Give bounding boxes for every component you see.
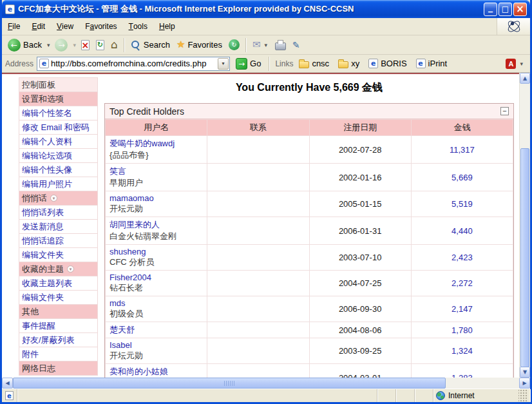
refresh-button[interactable] [93, 39, 107, 52]
menu-edit[interactable]: Edit [26, 18, 51, 35]
registration-date: 2003-09-25 [309, 338, 411, 364]
minimize-button[interactable] [484, 3, 497, 16]
sidebar-item[interactable]: 收藏的主题 [19, 262, 98, 276]
credits-value: 2,423 [411, 245, 513, 271]
sidebar-item[interactable]: 事件提醒 [19, 319, 98, 333]
sidebar-item-label: 编辑文件夹 [22, 292, 64, 303]
horizontal-scrollbar[interactable] [2, 378, 530, 389]
edit-button[interactable] [290, 39, 303, 51]
credits-value: 1,324 [411, 338, 513, 364]
links-bar-item-iprint[interactable]: iPrint [416, 59, 448, 68]
sidebar-item[interactable]: 编辑论坛选项 [19, 149, 98, 163]
back-button[interactable]: Back [5, 37, 44, 53]
user-cell: 卖和尚的小姑娘版主 [106, 364, 207, 378]
user-link[interactable]: 楚天舒 [109, 325, 135, 334]
scroll-left-icon[interactable] [2, 378, 13, 389]
links-bar-item-xy[interactable]: xy [338, 59, 359, 68]
links-bar-item-boris[interactable]: BORIS [368, 59, 406, 68]
collapse-button[interactable]: − [500, 107, 509, 115]
sidebar-item[interactable]: 编辑个人资料 [19, 135, 98, 149]
sidebar-item[interactable]: 附件 [19, 347, 98, 361]
user-link[interactable]: 卖和尚的小姑娘 [109, 367, 168, 376]
back-dropdown-icon[interactable] [46, 42, 52, 48]
home-icon [111, 39, 118, 50]
forward-button[interactable] [52, 37, 70, 53]
search-button[interactable]: Search [128, 39, 173, 52]
table-row: 笑言早期用户2002-01-165,669 [106, 164, 513, 191]
credits-value: 11,317 [411, 136, 513, 164]
history-button[interactable] [226, 38, 242, 52]
sidebar-item[interactable]: 其他 [19, 305, 98, 319]
sidebar-item[interactable]: 网络日志 [19, 361, 98, 376]
user-link[interactable]: mds [109, 298, 126, 308]
status-panel [415, 389, 433, 402]
user-link[interactable]: 胡同里来的人 [109, 220, 160, 229]
ie-page-icon [5, 391, 14, 400]
scroll-right-icon[interactable] [519, 378, 530, 389]
table-row: mamaomao开坛元勋2005-01-155,519 [106, 191, 513, 217]
sidebar-item[interactable]: 编辑用户照片 [19, 177, 98, 191]
status-panel [396, 389, 415, 402]
sidebar-item[interactable]: 编辑文件夹 [19, 248, 98, 262]
edit-icon [292, 41, 300, 50]
sidebar-item[interactable]: 悄悄话列表 [19, 206, 98, 220]
titlebar[interactable]: CFC加拿大中文论坛 - 管理 金钱 - Microsoft Internet … [2, 0, 530, 18]
mail-button[interactable] [250, 39, 271, 51]
user-link[interactable]: 爱喝牛奶的wawdj [109, 139, 175, 148]
vertical-scroll-track[interactable] [520, 84, 530, 367]
user-title-text: 早期用户 [109, 177, 203, 189]
user-cell: mds初级会员 [106, 296, 207, 322]
sidebar-item[interactable]: 悄悄话 [19, 191, 98, 206]
stop-button[interactable] [79, 39, 92, 52]
address-url[interactable]: http://bbs.comefromchina.com/credits.php [51, 59, 216, 68]
sidebar-item[interactable]: 编辑文件夹 [19, 291, 98, 305]
address-input[interactable]: http://bbs.comefromchina.com/credits.php [37, 57, 230, 71]
table-row: 胡同里来的人白金火钻翡翠金刚2006-01-314,440 [106, 217, 513, 245]
sidebar-item-label: 修改 Email 和密码 [22, 122, 90, 133]
sidebar-item-label: 收藏主题列表 [22, 278, 72, 289]
adobe-pdf-button[interactable] [503, 57, 527, 70]
horizontal-scroll-thumb[interactable] [13, 378, 446, 389]
favorites-button[interactable]: Favorites [174, 39, 225, 51]
go-arrow-icon [236, 58, 247, 70]
user-cell: 笑言早期用户 [106, 164, 207, 191]
links-bar-item-cnsc[interactable]: cnsc [299, 59, 329, 68]
sidebar-item[interactable]: 编辑个性签名 [19, 106, 98, 120]
sidebar-item[interactable]: 悄悄话追踪 [19, 234, 98, 248]
scroll-up-icon[interactable] [520, 73, 530, 84]
menu-view[interactable]: View [51, 18, 79, 35]
vertical-scrollbar[interactable] [519, 73, 530, 378]
sidebar-item[interactable]: 好友/屏蔽列表 [19, 333, 98, 347]
sidebar-item-label: 编辑论坛选项 [22, 150, 72, 162]
sidebar-item[interactable]: 设置和选项 [19, 92, 98, 106]
user-link[interactable]: 笑言 [109, 166, 126, 176]
menu-help[interactable]: Help [153, 18, 181, 35]
user-link[interactable]: Fisher2004 [109, 273, 151, 282]
sidebar-item[interactable]: 发送新消息 [19, 220, 98, 234]
user-link[interactable]: mamaomao [109, 193, 154, 203]
sidebar-item[interactable]: 修改 Email 和密码 [19, 120, 98, 135]
menu-tools[interactable]: Tools [123, 18, 153, 35]
go-button[interactable]: Go [233, 57, 263, 70]
table-row: 卖和尚的小姑娘版主2004-03-011,283 [106, 364, 513, 378]
user-link[interactable]: shusheng [109, 247, 146, 256]
user-title-text: {品品布鲁} [109, 149, 203, 161]
menu-favorites[interactable]: Favorites [79, 18, 122, 35]
resize-grip[interactable] [518, 389, 527, 402]
scroll-down-icon[interactable] [520, 367, 530, 378]
menu-file[interactable]: File [2, 18, 26, 35]
print-button[interactable] [272, 39, 289, 52]
user-link[interactable]: Isabel [109, 340, 132, 350]
sidebar-item[interactable]: 收藏主题列表 [19, 276, 98, 291]
history-icon [229, 39, 240, 50]
sidebar-item[interactable]: 编辑个性头像 [19, 163, 98, 177]
maximize-button[interactable] [499, 3, 512, 16]
ie-page-icon [416, 59, 426, 68]
forward-dropdown-icon[interactable] [71, 42, 77, 48]
horizontal-scroll-track[interactable] [13, 378, 519, 389]
close-button[interactable] [513, 3, 527, 16]
vertical-scroll-thumb[interactable] [520, 148, 529, 367]
panel-title: Top Credit Holders [109, 106, 184, 117]
address-dropdown-button[interactable] [218, 58, 229, 70]
home-button[interactable] [108, 38, 120, 52]
